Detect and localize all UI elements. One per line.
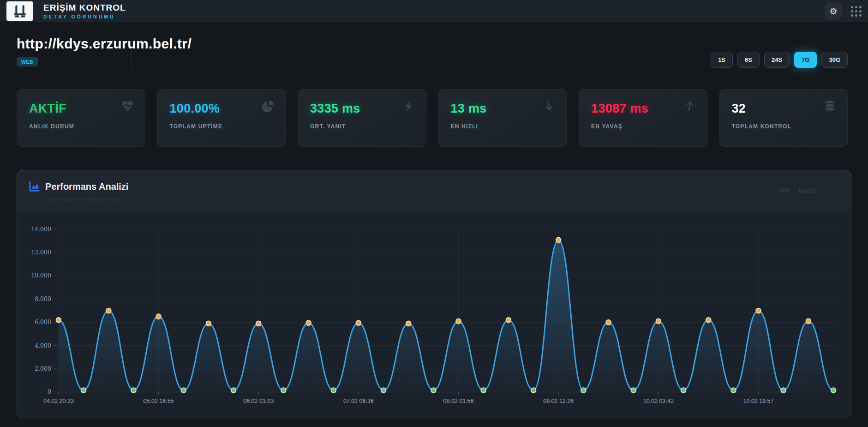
chart-plot-area: 02.0004.0006.0008.00010.00012.00014.0000… [17, 213, 851, 418]
stat-card: AKTİFANLIK DURUM [17, 89, 145, 147]
data-point-marker [531, 388, 536, 393]
data-point-marker [731, 388, 736, 393]
heartbeat-icon [120, 99, 135, 113]
data-point-marker [481, 388, 486, 393]
range-button-1s[interactable]: 1S [711, 52, 733, 68]
svg-text:12.000: 12.000 [31, 249, 51, 256]
svg-text:0: 0 [48, 388, 51, 395]
gear-icon: ⚙ [829, 7, 837, 16]
data-point-marker [206, 321, 211, 326]
legend-item-kapalı[interactable]: Kapalı [799, 187, 816, 194]
data-point-marker [406, 321, 411, 326]
app-subtitle: DETAY GÖRÜNÜMÜ [43, 14, 126, 19]
svg-text:10.02 19:57: 10.02 19:57 [743, 398, 774, 404]
stat-card: 13 msEN HIZLI [438, 89, 567, 147]
type-badge: WEB [17, 57, 38, 66]
data-point-marker [156, 314, 161, 319]
data-point-marker [806, 319, 811, 324]
data-point-marker [56, 318, 61, 323]
data-point-marker [706, 318, 711, 323]
stat-label: ORT. YANIT [310, 123, 415, 130]
stat-value: 32 [732, 102, 837, 116]
svg-text:4.000: 4.000 [35, 342, 51, 349]
data-point-marker [656, 319, 661, 324]
meta-divider [132, 54, 132, 69]
data-point-marker [456, 319, 461, 324]
stat-label: TOPLAM KONTROL [732, 123, 837, 130]
url-section: http://kdys.erzurum.bel.tr/ WEB 1S6S24S7… [17, 36, 848, 68]
settings-button[interactable]: ⚙ [825, 3, 842, 19]
svg-text:08.02 01:56: 08.02 01:56 [443, 398, 474, 404]
range-button-30g[interactable]: 30G [821, 52, 848, 68]
data-point-marker [181, 388, 186, 393]
time-range-group: 1S6S24S7G30G [711, 52, 848, 68]
data-point-marker [831, 388, 836, 393]
stat-value: 13 ms [451, 102, 556, 116]
data-point-marker [681, 388, 686, 393]
svg-text:10.02 03:42: 10.02 03:42 [643, 398, 674, 404]
arrow-up-icon [682, 99, 697, 113]
stat-card: 32TOPLAM KONTROL [719, 89, 848, 147]
data-point-marker [356, 320, 361, 325]
pie-chart-icon [261, 99, 275, 113]
apps-grid-icon[interactable] [851, 6, 862, 17]
range-button-24s[interactable]: 24S [764, 52, 790, 68]
chart-title: Performans Analizi [45, 181, 128, 192]
stat-label: TOPLAM UPTİME [170, 123, 275, 130]
legend-item-aktif[interactable]: Aktif [778, 187, 790, 194]
range-button-6s[interactable]: 6S [737, 52, 760, 68]
stat-value: AKTİF [29, 102, 134, 116]
stat-label: ANLIK DURUM [29, 123, 134, 130]
stat-card: 100.00%TOPLAM UPTİME [157, 89, 286, 147]
monitored-url: http://kdys.erzurum.bel.tr/ [17, 36, 192, 52]
series-area [59, 240, 833, 392]
stat-value: 100.00% [170, 102, 275, 116]
svg-text:6.000: 6.000 [35, 319, 51, 325]
database-icon [823, 99, 837, 113]
data-point-marker [631, 388, 636, 393]
data-point-marker [106, 308, 111, 313]
chart-subtitle: Yanıt süreleri ve kesinti analizi [45, 196, 840, 203]
data-point-marker [306, 320, 311, 325]
stat-value: 3335 ms [310, 102, 415, 116]
arrow-down-icon [542, 99, 556, 113]
app-title: ERİŞİM KONTROL [43, 3, 126, 13]
data-point-marker [556, 237, 561, 242]
data-point-marker [506, 318, 511, 323]
twin-minarets-icon [12, 3, 28, 19]
data-point-marker [756, 308, 761, 313]
top-bar: ERİŞİM KONTROL DETAY GÖRÜNÜMÜ ⚙ [0, 0, 868, 22]
data-point-marker [81, 388, 86, 393]
data-point-marker [256, 321, 261, 326]
stat-label: EN HIZLI [451, 123, 556, 130]
chart-legend: AktifKapalı [778, 187, 816, 194]
performance-chart: 02.0004.0006.0008.00010.00012.00014.0000… [17, 213, 851, 418]
app-logo [6, 1, 33, 21]
data-point-marker [231, 388, 236, 393]
data-point-marker [606, 320, 611, 325]
data-point-marker [331, 388, 336, 393]
range-button-7g[interactable]: 7G [794, 52, 817, 68]
stat-card: 13087 msEN YAVAŞ [579, 89, 707, 147]
svg-text:05.02 16:55: 05.02 16:55 [144, 398, 174, 404]
data-point-marker [131, 388, 136, 393]
stat-value: 13087 ms [591, 102, 696, 116]
svg-text:06.02 01:03: 06.02 01:03 [243, 398, 274, 404]
app-titles: ERİŞİM KONTROL DETAY GÖRÜNÜMÜ [43, 3, 126, 19]
data-point-marker [581, 388, 586, 393]
svg-text:8.000: 8.000 [35, 295, 51, 302]
lightning-icon [401, 99, 416, 113]
svg-text:14.000: 14.000 [31, 226, 51, 233]
stats-row: AKTİFANLIK DURUM100.00%TOPLAM UPTİME3335… [17, 89, 848, 147]
performance-panel: Performans Analizi Yanıt süreleri ve kes… [17, 170, 851, 418]
data-point-marker [431, 388, 436, 393]
stat-label: EN YAVAŞ [591, 123, 696, 130]
svg-text:07.02 06:36: 07.02 06:36 [343, 398, 374, 404]
data-point-marker [381, 388, 386, 393]
area-chart-icon [28, 180, 40, 192]
svg-text:10.000: 10.000 [31, 272, 51, 279]
svg-text:04.02 20:33: 04.02 20:33 [43, 398, 74, 404]
data-point-marker [281, 388, 286, 393]
svg-text:09.02 12:26: 09.02 12:26 [543, 398, 574, 404]
svg-text:2.000: 2.000 [35, 365, 51, 372]
